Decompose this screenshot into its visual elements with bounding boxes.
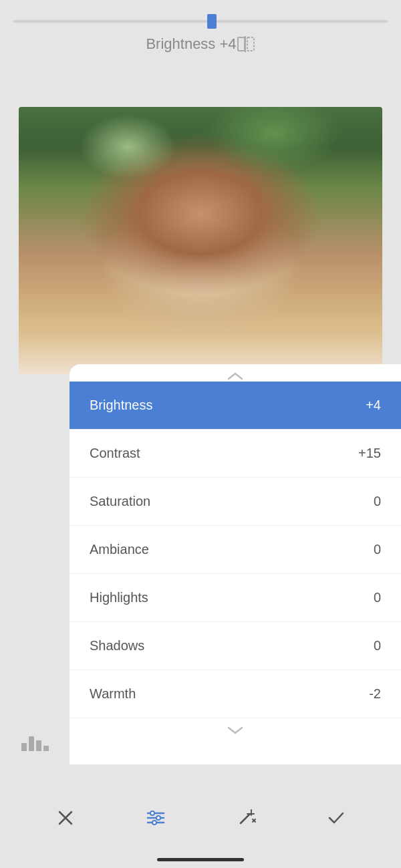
cancel-button[interactable]: [45, 798, 86, 838]
svg-line-11: [241, 814, 250, 823]
brightness-slider-track[interactable]: [13, 20, 388, 23]
histogram-icon: [21, 736, 49, 751]
svg-rect-0: [238, 37, 245, 51]
hist-bar-1: [21, 743, 27, 751]
list-item-contrast[interactable]: Contrast+15: [70, 430, 401, 478]
list-item-value-warmth: -2: [369, 686, 381, 702]
home-indicator: [157, 858, 244, 861]
list-item-label-ambiance: Ambiance: [90, 542, 149, 557]
list-item-value-saturation: 0: [374, 494, 381, 509]
filters-button[interactable]: [136, 798, 176, 838]
list-item-value-brightness: +4: [366, 398, 381, 413]
slider-thumb[interactable]: [207, 14, 217, 29]
adjustments-list: Brightness+4Contrast+15Saturation0Ambian…: [70, 382, 401, 718]
svg-point-9: [156, 816, 160, 820]
list-item-brightness[interactable]: Brightness+4: [70, 382, 401, 430]
svg-point-8: [150, 811, 154, 815]
compare-button[interactable]: [237, 35, 255, 53]
confirm-button[interactable]: [316, 798, 356, 838]
list-item-label-shadows: Shadows: [90, 638, 144, 654]
list-item-value-shadows: 0: [374, 638, 381, 654]
svg-point-10: [152, 821, 156, 825]
panel-chevron-down[interactable]: [70, 718, 401, 742]
bottom-toolbar: [0, 764, 401, 868]
list-item-value-ambiance: 0: [374, 542, 381, 557]
list-item-value-highlights: 0: [374, 590, 381, 605]
list-item-highlights[interactable]: Highlights0: [70, 574, 401, 622]
list-item-value-contrast: +15: [358, 446, 381, 461]
list-item-shadows[interactable]: Shadows0: [70, 622, 401, 670]
list-item-label-brightness: Brightness: [90, 398, 153, 413]
panel-chevron-up[interactable]: [70, 364, 401, 382]
list-item-ambiance[interactable]: Ambiance0: [70, 526, 401, 574]
list-item-label-warmth: Warmth: [90, 686, 136, 702]
hist-bar-4: [43, 746, 49, 751]
list-item-label-saturation: Saturation: [90, 494, 150, 509]
toolbar-buttons: [0, 778, 401, 858]
adjustments-panel: Brightness+4Contrast+15Saturation0Ambian…: [70, 364, 401, 764]
list-item-label-highlights: Highlights: [90, 590, 148, 605]
hist-bar-3: [36, 740, 41, 751]
hist-bar-2: [29, 736, 34, 751]
list-item-label-contrast: Contrast: [90, 446, 140, 461]
slider-label: Brightness +4: [146, 35, 236, 53]
svg-rect-1: [247, 37, 254, 51]
list-item-saturation[interactable]: Saturation0: [70, 478, 401, 526]
auto-button[interactable]: [226, 798, 266, 838]
list-item-warmth[interactable]: Warmth-2: [70, 670, 401, 718]
histogram-area: [0, 364, 70, 764]
photo-preview: [19, 107, 382, 374]
slider-area: Brightness +4: [0, 0, 401, 63]
photo-image: [19, 107, 382, 374]
